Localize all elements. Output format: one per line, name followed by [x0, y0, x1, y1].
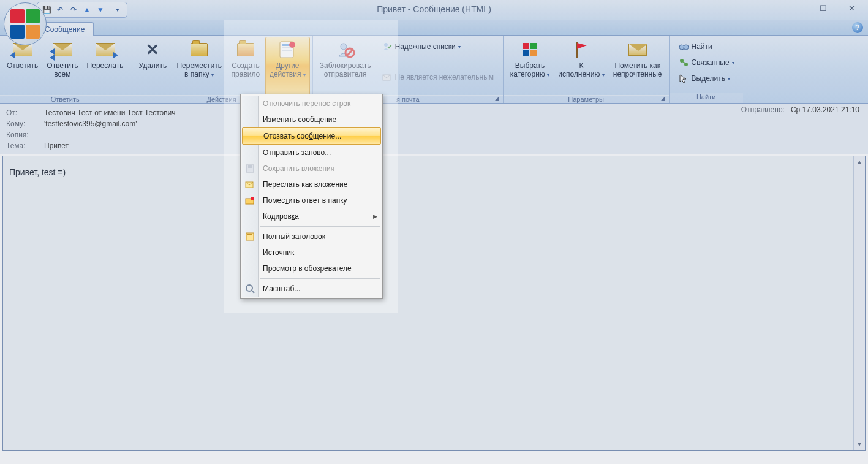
ribbon-tabs: Сообщение ? [0, 20, 868, 36]
flag-icon [573, 40, 589, 59]
close-button[interactable]: ✕ [837, 0, 866, 16]
from-label: От: [6, 108, 44, 117]
vertical-scrollbar[interactable]: ▲ ▼ [853, 156, 865, 450]
reply-all-button[interactable]: Ответить всем [42, 37, 82, 95]
menu-zoom[interactable]: Масштаб... [242, 281, 381, 297]
svg-line-7 [347, 50, 353, 56]
message-body[interactable]: Привет, test =) [3, 156, 853, 450]
svg-point-27 [246, 285, 252, 291]
svg-rect-13 [530, 50, 537, 56]
window-controls: — ☐ ✕ [781, 0, 866, 16]
menu-view-in-browser[interactable]: Просмотр в обозревателе [242, 261, 381, 276]
qa-next-item[interactable]: ▼ [94, 3, 107, 17]
other-actions-icon [277, 40, 297, 59]
qa-customize[interactable]: ▼ [111, 3, 124, 17]
group-options: Выбрать категорию ▾ К исполнению ▾ Помет… [504, 36, 670, 103]
maximize-button[interactable]: ☐ [809, 0, 837, 16]
scroll-up-button[interactable]: ▲ [854, 156, 865, 167]
group-reply: Ответить Ответить всем Переслать Ответит… [0, 36, 130, 103]
categorize-icon [521, 41, 538, 58]
svg-rect-25 [246, 233, 254, 240]
message-body-container: Привет, test =) ▲ ▼ [2, 156, 866, 451]
svg-rect-10 [523, 43, 529, 49]
svg-rect-21 [248, 165, 252, 168]
categorize-button[interactable]: Выбрать категорию ▾ [506, 37, 554, 95]
cc-value [44, 131, 862, 139]
full-header-icon [244, 231, 255, 242]
menu-move-reply-to-folder[interactable]: Поместить ответ в папку [242, 192, 381, 208]
block-sender-button[interactable]: Заблокировать отправителя [315, 37, 376, 95]
select-button[interactable]: Выделить ▾ [676, 71, 737, 86]
mark-unread-button[interactable]: Пометить как непрочтенные [609, 37, 666, 95]
related-icon [678, 57, 689, 68]
move-to-folder-button[interactable]: Переместить в папку ▾ [172, 37, 226, 95]
reply-group-label: Ответить [0, 95, 130, 103]
menu-encoding[interactable]: Кодировка ▶ [242, 208, 381, 224]
menu-recall-message[interactable]: Отозвать сообщение... [242, 127, 381, 145]
sent-label: Отправлено: [741, 105, 785, 114]
sent-value: Ср 17.03.2021 21:10 [791, 105, 859, 114]
reply-label: Ответить [7, 61, 38, 70]
menu-save-attachments: Сохранить вложения [242, 161, 381, 177]
safe-lists-button[interactable]: Надежные списки ▾ [379, 39, 497, 54]
forward-button[interactable]: Переслать [83, 37, 128, 95]
svg-rect-11 [530, 43, 537, 49]
svg-point-4 [289, 42, 295, 48]
svg-rect-12 [523, 50, 529, 56]
follow-up-button[interactable]: К исполнению ▾ [554, 37, 609, 95]
svg-rect-2 [282, 47, 292, 48]
save-attachments-icon [244, 163, 255, 174]
to-label: Кому: [6, 120, 44, 128]
minimize-button[interactable]: — [781, 0, 809, 16]
qa-prev-item[interactable]: ▲ [80, 3, 94, 17]
submenu-arrow-icon: ▶ [373, 213, 377, 219]
group-junk: Заблокировать отправителя Надежные списк… [313, 36, 504, 103]
delete-button[interactable]: ✕ Удалить [133, 37, 172, 95]
cc-label: Копия: [6, 131, 44, 139]
safe-lists-icon [382, 41, 393, 52]
menu-resend[interactable]: Отправить заново... [242, 145, 381, 161]
qa-redo[interactable]: ↷ [67, 3, 80, 17]
from-value: Тестович Тест от имени Тест Тестович [44, 108, 862, 117]
to-value: 'testtestovic395@gmail.com' [44, 120, 862, 128]
move-reply-icon [244, 195, 255, 206]
qa-undo[interactable]: ↶ [53, 3, 67, 17]
menu-full-header[interactable]: Полный заголовок [242, 229, 381, 245]
related-button[interactable]: Связанные ▾ [676, 55, 737, 70]
other-actions-menu: Отключить перенос строк Изменить сообщен… [240, 94, 383, 299]
zoom-icon [244, 283, 255, 294]
svg-point-24 [251, 197, 254, 200]
svg-point-16 [684, 45, 689, 50]
options-group-launcher[interactable]: ◢ [660, 95, 667, 102]
find-button[interactable]: Найти [676, 39, 737, 54]
quick-access-toolbar: 💾 ↶ ↷ ▲ ▼ ▼ [37, 2, 127, 18]
subject-label: Тема: [6, 142, 44, 150]
svg-line-19 [683, 62, 685, 63]
svg-rect-3 [282, 50, 292, 51]
menu-edit-message[interactable]: Изменить сообщение [242, 112, 381, 127]
group-actions: ✕ Удалить Переместить в папку ▾ Создать … [130, 36, 312, 103]
subject-value: Привет [44, 142, 862, 150]
group-find: Найти Связанные ▾ Выделить ▾ [670, 36, 743, 103]
options-group-label: Параметры ◢ [504, 95, 669, 103]
junk-group-launcher[interactable]: ◢ [494, 95, 501, 102]
title-bar: 💾 ↶ ↷ ▲ ▼ ▼ Привет - Сообщение (HTML) — … [0, 0, 868, 20]
menu-source[interactable]: Источник [242, 245, 381, 261]
scroll-down-button[interactable]: ▼ [854, 439, 865, 450]
reply-button[interactable]: Ответить [2, 37, 42, 95]
svg-line-28 [252, 291, 254, 293]
select-icon [678, 73, 689, 84]
not-junk-button: Не является нежелательным [379, 70, 497, 85]
find-group-label: Найти [670, 93, 743, 103]
binoculars-icon [678, 41, 689, 52]
window-title: Привет - Сообщение (HTML) [0, 4, 868, 14]
create-rule-button[interactable]: Создать правило [226, 37, 265, 95]
other-actions-button[interactable]: Другие действия ▾ [265, 37, 310, 95]
not-junk-icon [382, 72, 393, 83]
menu-forward-as-attachment[interactable]: Переслать как вложение [242, 177, 381, 192]
message-header: Отправлено: Ср 17.03.2021 21:10 От: Тест… [0, 104, 868, 154]
help-button[interactable]: ? [852, 22, 863, 33]
forward-attachment-icon [244, 179, 255, 190]
junk-small-column: Надежные списки ▾ Не является нежелатель… [376, 37, 500, 87]
office-button[interactable] [4, 2, 47, 45]
